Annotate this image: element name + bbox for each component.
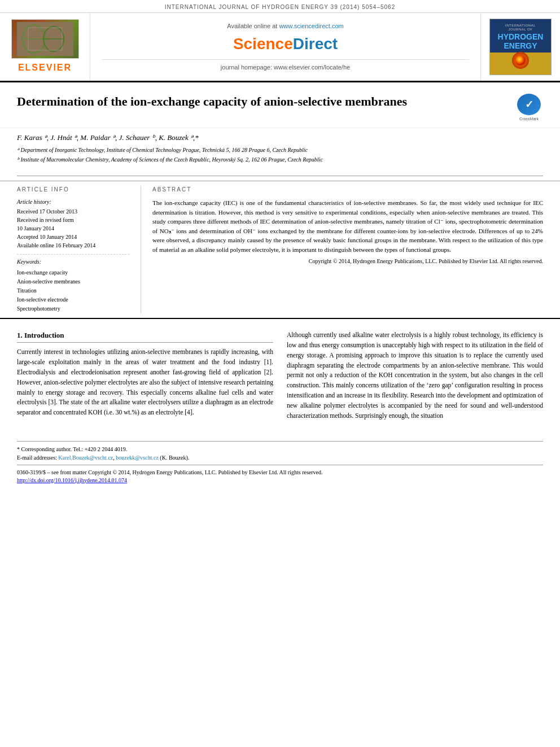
keywords-title: Keywords: — [17, 258, 129, 266]
abstract-title: Abstract — [152, 186, 543, 194]
elsevier-image — [11, 19, 79, 59]
body-two-col: 1. Introduction Currently interest in te… — [17, 330, 543, 421]
body-col-left: 1. Introduction Currently interest in te… — [17, 330, 273, 421]
issn-bar: 0360-3199/$ – see front matter Copyright… — [17, 465, 543, 484]
affiliation-b: ᵇ Institute of Macromolecular Chemistry,… — [17, 156, 543, 164]
keywords-section: Keywords: Ion-exchange capacity Anion-se… — [17, 254, 129, 313]
elsevier-logo-block: ELSEVIER — [0, 13, 90, 81]
center-header: Available online at www.sciencedirect.co… — [90, 13, 481, 81]
abstract-section: Abstract The ion-exchange capacity (IEC)… — [141, 186, 543, 313]
available-online-text: Available online at www.sciencedirect.co… — [227, 22, 343, 30]
affiliation-a: ᵃ Department of Inorganic Technology, In… — [17, 146, 543, 154]
article-info-title: Article Info — [17, 186, 129, 194]
crossmark-badge: ✓ CrossMark — [515, 94, 543, 122]
email-2-link[interactable]: bouzekk@vscht.cz — [116, 455, 159, 461]
body-col-right: Although currently used alkaline water e… — [287, 330, 543, 421]
issn-line: 0360-3199/$ – see front matter Copyright… — [17, 468, 543, 477]
article-info-panel: Article Info Article history: Received 1… — [17, 186, 141, 313]
section-1-heading: 1. Introduction — [17, 330, 273, 343]
elsevier-brand-label: ELSEVIER — [18, 62, 72, 74]
main-content: 1. Introduction Currently interest in te… — [0, 318, 560, 432]
abstract-text: The ion-exchange capacity (IEC) is one o… — [152, 198, 543, 265]
corresponding-author-note: * Corresponding author. Tel.: +420 2 204… — [17, 445, 543, 453]
email-note: E-mail addresses: Karel.Bouzek@vscht.cz,… — [17, 453, 543, 462]
crossmark-circle: ✓ — [517, 94, 541, 115]
badge-circle — [512, 52, 529, 69]
intro-col-right-text: Although currently used alkaline water e… — [287, 330, 543, 421]
sciencedirect-logo: ScienceDirect — [233, 33, 338, 55]
header-section: ELSEVIER Available online at www.science… — [0, 13, 560, 82]
crossmark-text: CrossMark — [519, 116, 539, 122]
footer-section: * Corresponding author. Tel.: +420 2 204… — [17, 441, 543, 484]
authors-line: F. Karas ᵃ, J. Hnát ᵃ, M. Paidar ᵃ, J. S… — [17, 133, 543, 143]
article-history: Article history: Received 17 October 201… — [17, 198, 129, 250]
info-abstract-section: Article Info Article history: Received 1… — [0, 181, 560, 318]
intro-col-left-text: Currently interest in technologies utili… — [17, 347, 273, 418]
email-1-link[interactable]: Karel.Bouzek@vscht.cz — [58, 455, 113, 461]
authors-section: F. Karas ᵃ, J. Hnát ᵃ, M. Paidar ᵃ, J. S… — [0, 128, 560, 171]
article-title: Determination of the ion-exchange capaci… — [17, 94, 515, 110]
journal-homepage: journal homepage: www.elsevier.com/locat… — [102, 59, 469, 72]
sciencedirect-url[interactable]: www.sciencedirect.com — [279, 23, 343, 29]
hydrogen-energy-badge: InternationalJournal of HYDROGENENERGY — [489, 19, 552, 75]
journal-top-bar: International Journal of Hydrogen Energy… — [0, 0, 560, 13]
article-title-section: Determination of the ion-exchange capaci… — [0, 82, 560, 128]
svg-point-6 — [515, 55, 526, 65]
journal-citation: International Journal of Hydrogen Energy… — [165, 4, 395, 10]
doi-line: http://dx.doi.org/10.1016/j.ijhydene.201… — [17, 477, 543, 484]
section-divider — [17, 176, 543, 176]
doi-link[interactable]: http://dx.doi.org/10.1016/j.ijhydene.201… — [17, 477, 127, 483]
right-logo-block: InternationalJournal of HYDROGENENERGY — [481, 13, 560, 81]
